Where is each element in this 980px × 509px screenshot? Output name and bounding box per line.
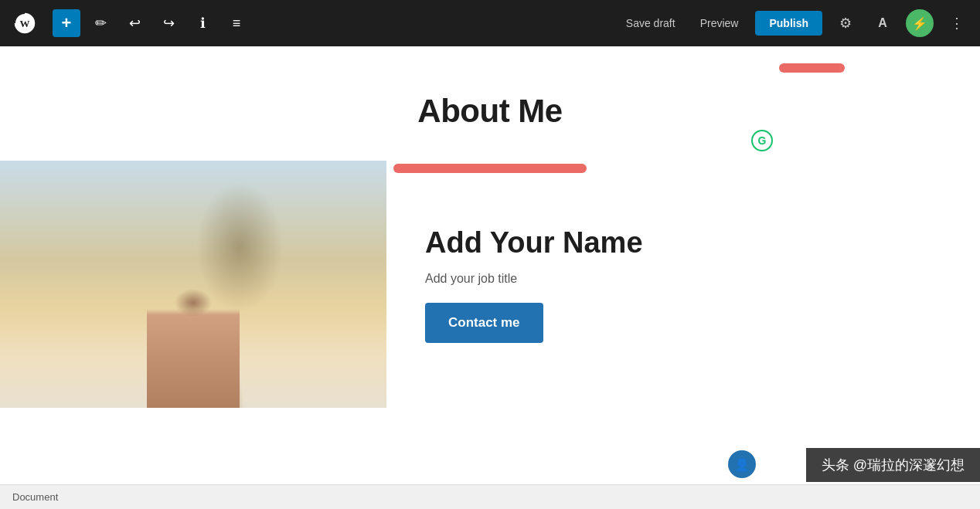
redo-button[interactable]: ↪ xyxy=(155,9,182,37)
bolt-icon: ⚡ xyxy=(912,16,927,31)
toolbar: W + ✏ ↩ ↪ ℹ ≡ Save draft Preview Publish… xyxy=(0,0,980,46)
publish-button[interactable]: Publish xyxy=(755,11,822,36)
profile-text-area: Add Your Name Add your job title Contact… xyxy=(386,161,980,408)
avatar-icon: 👤 xyxy=(734,457,750,472)
list-view-button[interactable]: ≡ xyxy=(223,9,250,37)
annotation-highlight-title xyxy=(393,164,587,173)
list-icon: ≡ xyxy=(233,15,241,32)
preview-button[interactable]: Preview xyxy=(692,12,747,34)
profile-image-background xyxy=(0,161,386,408)
editor-content-area: About Me G Add Your Name Add your job ti… xyxy=(0,46,980,509)
user-avatar[interactable]: ⚡ xyxy=(906,9,934,37)
grammarly-letter: G xyxy=(758,134,767,147)
info-button[interactable]: ℹ xyxy=(189,9,216,37)
annotation-highlight-publish xyxy=(779,63,845,73)
typography-icon: A xyxy=(878,16,887,30)
pencil-icon: ✏ xyxy=(95,15,107,32)
name-heading[interactable]: Add Your Name xyxy=(425,226,941,261)
profile-image[interactable] xyxy=(0,161,386,408)
plus-icon: + xyxy=(62,13,72,33)
toolbar-right-actions: Save draft Preview Publish ⚙ A ⚡ ⋮ xyxy=(618,9,971,37)
wordpress-logo[interactable]: W xyxy=(9,8,40,39)
add-block-button[interactable]: + xyxy=(53,9,80,37)
document-label: Document xyxy=(12,491,58,503)
page-title[interactable]: About Me xyxy=(15,93,965,130)
more-options-button[interactable]: ⋮ xyxy=(943,9,971,37)
undo-icon: ↩ xyxy=(129,15,141,32)
undo-button[interactable]: ↩ xyxy=(121,9,148,37)
text-tools-button[interactable]: A xyxy=(869,9,897,37)
grammarly-icon[interactable]: G xyxy=(751,130,773,151)
edit-button[interactable]: ✏ xyxy=(87,9,114,37)
watermark-text: 头条 @瑞拉的深邃幻想 xyxy=(822,457,965,473)
svg-text:W: W xyxy=(20,18,30,29)
watermark: 头条 @瑞拉的深邃幻想 xyxy=(806,448,980,482)
more-icon: ⋮ xyxy=(950,15,964,32)
redo-icon: ↪ xyxy=(163,15,175,32)
job-title[interactable]: Add your job title xyxy=(425,272,941,286)
save-draft-button[interactable]: Save draft xyxy=(618,12,683,34)
profile-section: Add Your Name Add your job title Contact… xyxy=(0,161,980,408)
info-icon: ℹ xyxy=(200,15,206,32)
settings-button[interactable]: ⚙ xyxy=(832,9,859,37)
gear-icon: ⚙ xyxy=(839,15,852,32)
user-avatar-blue[interactable]: 👤 xyxy=(728,450,756,478)
contact-me-button[interactable]: Contact me xyxy=(425,303,543,343)
status-bar: Document xyxy=(0,484,980,509)
person-silhouette xyxy=(147,284,240,408)
